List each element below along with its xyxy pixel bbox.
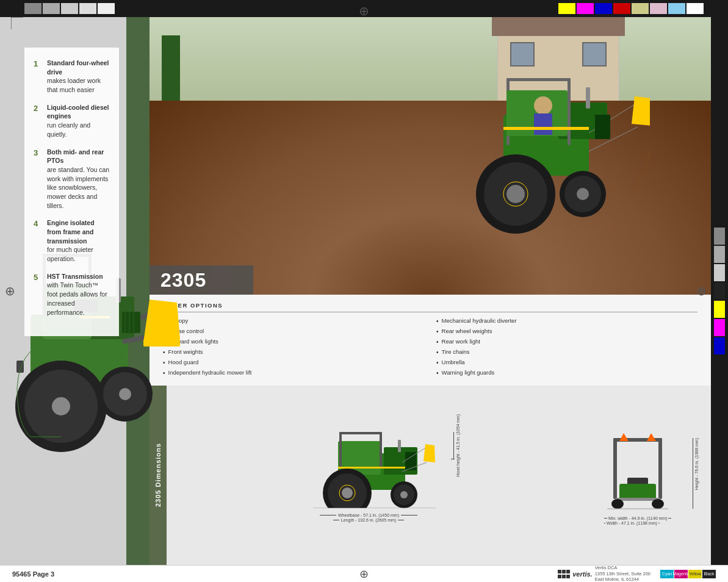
- option-label-umbrella: Umbrella: [442, 359, 465, 366]
- svg-marker-74: [647, 433, 656, 441]
- magenta-label: Magenta: [672, 572, 689, 576]
- feature-item-4: 4 Engine isolated from frame and transmi…: [34, 218, 110, 263]
- side-swatch-gray1: [714, 228, 725, 245]
- svg-rect-70: [615, 498, 660, 501]
- option-tirechains: • Tire chains: [436, 348, 697, 356]
- feature-desc-5: with Twin Touch™ foot pedals allows for …: [47, 281, 107, 315]
- option-cruise: • Cruise control: [163, 328, 424, 336]
- option-warninglights: • Warning light guards: [436, 369, 697, 377]
- feature-num-1: 1: [34, 59, 42, 68]
- dimensions-section: 2305 Dimensions: [150, 386, 711, 565]
- length-label: Length - 102.6 in. (2605 mm): [339, 518, 398, 522]
- black-label: Black: [704, 572, 714, 576]
- bullet-umbrella: •: [436, 359, 439, 367]
- feature-desc-1: makes loader work that much easier: [47, 77, 101, 93]
- hood-height-annotation: Hood height - 41.5 in. (1054 mm): [453, 432, 460, 459]
- svg-rect-80: [562, 575, 566, 578]
- main-photo-bg: 2305: [150, 17, 711, 295]
- rops-dim-wrapper: Height - 76.6 in. (1988 mm): [604, 426, 671, 514]
- option-rearworklight: • Rear work light: [436, 338, 697, 346]
- fold-mark-left: [11, 17, 23, 18]
- svg-marker-54: [423, 444, 435, 462]
- swatch-magenta: [577, 3, 594, 14]
- bullet-warninglights: •: [436, 369, 439, 377]
- vertis-addr1: 1355 13th Street, Suite 200: [595, 571, 651, 577]
- side-swatch-black: [714, 282, 725, 300]
- swatch-lightblue: [668, 3, 685, 14]
- svg-point-71: [611, 499, 624, 509]
- feature-text-2: Liquid-cooled diesel engines run cleanly…: [47, 103, 110, 139]
- swatch-white: [687, 3, 704, 14]
- svg-marker-73: [619, 433, 629, 441]
- reg-mark-left: ⊕: [5, 284, 15, 298]
- feature-desc-2: run cleanly and quietly.: [47, 121, 90, 138]
- wheelbase-label: Wheelbase - 57.1 in. (1450 mm): [336, 513, 401, 517]
- width-bracket: Width - 47.1 in. (1198 mm): [604, 521, 671, 525]
- tractor-dim-wrapper: Hood height - 41.5 in. (1054 mm): [301, 429, 436, 511]
- svg-rect-28: [506, 78, 571, 81]
- wheelbase-bracket: Wheelbase - 57.1 in. (1450 mm): [301, 513, 436, 517]
- min-width-label: Min. width - 44.9 in. (1140 mm): [607, 516, 668, 520]
- bottom-reg-mark: ⊕: [359, 567, 369, 581]
- options-col-left: • Canopy • Cruise control • Forward work…: [163, 317, 424, 379]
- options-columns: • Canopy • Cruise control • Forward work…: [163, 317, 697, 379]
- length-bracket: Length - 102.6 in. (2605 mm): [301, 518, 436, 522]
- side-swatch-yellow: [714, 301, 725, 318]
- swatch-blue: [595, 3, 612, 14]
- option-label-warninglights: Warning light guards: [442, 369, 495, 376]
- reg-mark-right: ⊕: [696, 284, 707, 298]
- svg-marker-34: [632, 96, 650, 127]
- option-label-rearweights: Rear wheel weights: [442, 328, 492, 335]
- svg-rect-66: [658, 438, 662, 499]
- right-panel: 2305 OTHER OPTIONS • Canopy • Cruise con…: [150, 17, 711, 565]
- svg-point-41: [577, 188, 589, 200]
- side-swatch-gray3: [714, 264, 725, 281]
- swatch-magenta-bottom: Magenta: [674, 570, 688, 578]
- option-mechhydr: • Mechanical hydraulic diverter: [436, 317, 697, 325]
- svg-rect-81: [566, 575, 570, 578]
- swatch-black-bottom: Black: [702, 570, 716, 578]
- vertis-logo: vertis. Vertis DCA 1355 13th Street, Sui…: [558, 565, 651, 582]
- feature-num-2: 2: [34, 104, 42, 113]
- feature-item-5: 5 HST Transmission with Twin Touch™ foot…: [34, 272, 110, 317]
- feature-desc-4: for much quieter operation.: [47, 246, 93, 262]
- swatch-gray1: [24, 3, 41, 14]
- dim-bottom-labels: Wheelbase - 57.1 in. (1450 mm) Length - …: [301, 513, 436, 522]
- option-label-tirechains: Tire chains: [442, 348, 470, 356]
- feature-title-2: Liquid-cooled diesel engines: [47, 104, 109, 120]
- swatch-gray5: [98, 3, 115, 14]
- width-labels: Min. width - 44.9 in. (1140 mm) Width - …: [604, 516, 671, 525]
- main-photo: 2305: [150, 17, 711, 295]
- svg-rect-27: [568, 78, 571, 145]
- cyan-label: Cyan: [662, 572, 672, 576]
- feature-desc-3: are standard. You can work with implemen…: [47, 166, 109, 209]
- options-title: OTHER OPTIONS: [163, 302, 697, 312]
- photo-window2: [582, 42, 607, 66]
- svg-rect-65: [613, 438, 617, 499]
- swatch-gray4: [79, 3, 96, 14]
- vertis-company: Vertis DCA: [595, 565, 618, 570]
- option-hydraulic: • Independent hydraulic mower lift: [163, 369, 424, 377]
- options-col-right: • Mechanical hydraulic diverter • Rear w…: [436, 317, 697, 379]
- feature-title-1: Standard four-wheel drive: [47, 59, 109, 76]
- side-swatch-gray2: [714, 246, 725, 263]
- feature-title-4: Engine isolated from frame and transmiss…: [47, 219, 95, 244]
- option-label-rearworklight: Rear work light: [442, 338, 480, 345]
- side-swatch-blue: [714, 337, 725, 354]
- feature-num-4: 4: [34, 219, 42, 228]
- feature-item-1: 1 Standard four-wheel drive makes loader…: [34, 59, 110, 95]
- photo-roof: [492, 17, 625, 36]
- option-umbrella: • Umbrella: [436, 359, 697, 367]
- dim-left-container: Hood height - 41.5 in. (1054 mm) Wheelba…: [176, 429, 561, 522]
- bullet-tirechains: •: [436, 348, 439, 356]
- swatch-yellow-bottom: Yellow: [688, 570, 702, 578]
- svg-point-37: [506, 185, 525, 203]
- feature-item-3: 3 Both mid- and rear PTOs are standard. …: [34, 148, 110, 210]
- feature-title-5: HST Transmission: [47, 273, 103, 280]
- feature-num-5: 5: [34, 273, 42, 282]
- svg-rect-48: [339, 432, 342, 469]
- svg-rect-42: [503, 127, 589, 130]
- option-hoodguard: • Hood guard: [163, 359, 424, 367]
- svg-point-59: [342, 487, 353, 498]
- svg-point-63: [400, 491, 408, 498]
